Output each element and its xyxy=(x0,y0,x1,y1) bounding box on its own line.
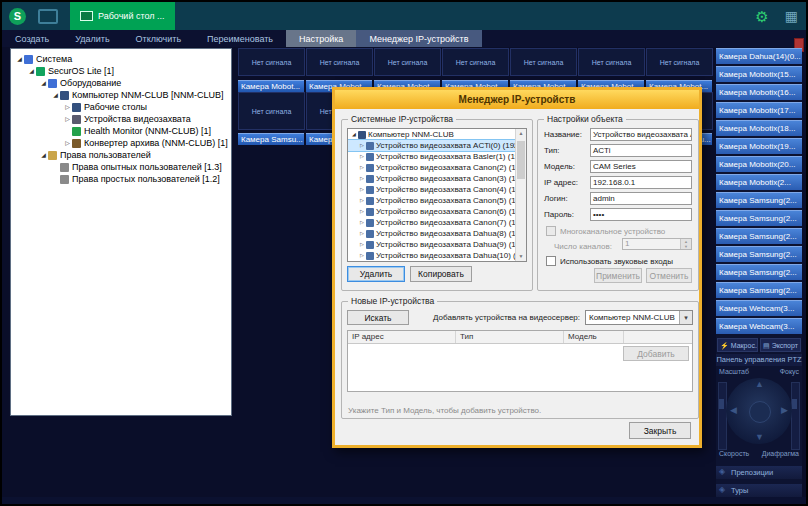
device-row[interactable]: ▷ Устройство видеозахвата Canon(3) (192.… xyxy=(348,173,526,184)
channels-spinner[interactable]: 1 ▲ ▼ xyxy=(622,238,692,250)
toolbar-rename[interactable]: Переименовать xyxy=(194,30,286,47)
device-row[interactable]: ▷ Устройство видеозахвата Canon(4) (192.… xyxy=(348,184,526,195)
tree-item-expert-rights[interactable]: Права опытных пользователей [1.3] xyxy=(11,161,231,173)
password-field[interactable]: •••• xyxy=(590,208,692,221)
expander-icon[interactable]: ▷ xyxy=(358,250,366,261)
name-field[interactable]: Устройство видеозахвата ACTi(0) xyxy=(590,128,692,141)
device-row[interactable]: ▷ Устройство видеозахвата Basler(1) (192… xyxy=(348,151,526,162)
scroll-down-icon[interactable]: ▼ xyxy=(516,252,526,261)
video-cell[interactable]: Нет сигнала xyxy=(306,48,373,76)
multichannel-checkbox[interactable] xyxy=(546,226,556,236)
type-field[interactable]: ACTi xyxy=(590,144,692,157)
ptz-left-icon[interactable]: ◀ xyxy=(730,406,737,415)
device-tree-root[interactable]: ◢ Компьютер NNM-CLUB xyxy=(348,129,526,140)
export-button[interactable]: ▤ Экспорт xyxy=(760,338,801,352)
server-select[interactable]: Компьютер NNM-CLUB ▾ xyxy=(585,310,693,325)
device-row[interactable]: ▷ Устройство видеозахвата Canon(2) (192.… xyxy=(348,162,526,173)
spinner-down-icon[interactable]: ▼ xyxy=(680,244,691,249)
macro-button[interactable]: ⚡ Макрос... xyxy=(717,338,758,352)
device-row[interactable]: ▷ Устройство видеозахвата Dahua(10) (192… xyxy=(348,250,526,261)
expander-icon[interactable]: ▷ xyxy=(63,113,72,125)
expander-icon[interactable]: ▷ xyxy=(358,195,366,206)
ip-field[interactable]: 192.168.0.1 xyxy=(590,176,692,189)
column-header-ip[interactable]: IP адрес xyxy=(348,331,456,343)
tree-item-capture-devices[interactable]: ▷ Устройства видеозахвата xyxy=(11,113,231,125)
ptz-down-icon[interactable]: ▼ xyxy=(755,433,764,442)
tree-item-simple-rights[interactable]: Права простых пользователей [1.2] xyxy=(11,173,231,185)
camera-list-item[interactable]: Камера Dahua(14)(0... xyxy=(716,48,802,64)
tree-item-user-rights[interactable]: ◢ Права пользователей xyxy=(11,149,231,161)
camera-list-item[interactable]: Камера Mobotix(16... xyxy=(716,84,802,100)
monitor-icon[interactable] xyxy=(38,9,58,24)
expander-icon[interactable]: ◢ xyxy=(350,129,358,140)
camera-list-item[interactable]: Камера Mobotix(18... xyxy=(716,120,802,136)
video-cell[interactable]: Нет сигнала xyxy=(442,48,509,76)
toolbar-delete[interactable]: Удалить xyxy=(62,30,122,47)
expander-icon[interactable]: ◢ xyxy=(39,149,48,161)
camera-list-item[interactable]: Камера Samsung(2... xyxy=(716,210,802,226)
device-row[interactable]: ▷ Устройство видеозахвата Dahua(9) (192.… xyxy=(348,239,526,250)
toolbar-disconnect[interactable]: Отключить xyxy=(123,30,195,47)
expander-icon[interactable]: ▷ xyxy=(358,261,366,262)
ptz-up-icon[interactable]: ▲ xyxy=(755,380,764,389)
expander-icon[interactable]: ▷ xyxy=(358,184,366,195)
tree-item-health-monitor[interactable]: Health Monitor (NNM-CLUB) [1] xyxy=(11,125,231,137)
expander-icon[interactable]: ▷ xyxy=(358,239,366,250)
tours-section[interactable]: ◈ Туры xyxy=(716,484,802,497)
camera-list-item[interactable]: Камера Samsung(2... xyxy=(716,192,802,208)
presets-section[interactable]: ◈ Препозиции xyxy=(716,466,802,479)
expander-icon[interactable]: ▷ xyxy=(358,206,366,217)
toolbar-ip-device-manager[interactable]: Менеджер IP-устройств xyxy=(356,30,481,47)
video-cell[interactable]: Нет сигнала xyxy=(510,48,577,76)
device-row[interactable]: ▷ Устройство видеозахвата Dahua(11) (192… xyxy=(348,261,526,262)
video-cell[interactable]: Нет сигнала xyxy=(238,92,305,130)
video-cell[interactable]: Нет сигнала xyxy=(374,48,441,76)
device-row[interactable]: ▷ Устройство видеозахвата Canon(6) (192.… xyxy=(348,206,526,217)
zoom-slider-thumb[interactable] xyxy=(719,399,724,409)
expander-icon[interactable]: ◢ xyxy=(39,77,48,89)
expander-icon[interactable]: ▷ xyxy=(63,101,72,113)
tree-item-archive-converter[interactable]: ▷ Конвертер архива (NNM-CLUB) [1] xyxy=(11,137,231,149)
expander-icon[interactable]: ▷ xyxy=(358,151,366,162)
camera-list-item[interactable]: Камера Samsung(2... xyxy=(716,228,802,244)
scrollbar-thumb[interactable] xyxy=(517,141,525,179)
model-field[interactable]: CAM Series xyxy=(590,160,692,173)
expander-icon[interactable]: ▷ xyxy=(358,162,366,173)
expander-icon[interactable]: ◢ xyxy=(15,53,24,65)
scroll-up-icon[interactable]: ▲ xyxy=(516,129,526,138)
tree-item-securos-lite[interactable]: ◢ SecurOS Lite [1] xyxy=(11,65,231,77)
audio-inputs-checkbox[interactable] xyxy=(546,256,556,266)
video-cell[interactable]: Нет сигнала xyxy=(646,48,713,76)
ptz-pad[interactable]: ▲ ▼ ◀ ▶ xyxy=(726,378,792,444)
video-cell[interactable]: Нет сигнала xyxy=(238,48,305,76)
device-row[interactable]: ▷ Устройство видеозахвата Canon(7) (192.… xyxy=(348,217,526,228)
camera-list-item[interactable]: Камера Samsung(2... xyxy=(716,264,802,280)
video-cell[interactable]: Нет сигнала xyxy=(578,48,645,76)
tree-item-computer[interactable]: ◢ Компьютер NNM-CLUB [NNM-CLUB] xyxy=(11,89,231,101)
expander-icon[interactable]: ▷ xyxy=(358,228,366,239)
column-header-model[interactable]: Модель xyxy=(564,331,624,343)
toolbar-settings[interactable]: Настройка xyxy=(286,30,356,47)
device-row[interactable]: ▷ Устройство видеозахвата Canon(5) (192.… xyxy=(348,195,526,206)
camera-list-item[interactable]: Камера Webcam(3... xyxy=(716,318,802,334)
search-button[interactable]: Искать xyxy=(347,310,409,325)
camera-list-item[interactable]: Камера Samsung(2... xyxy=(716,282,802,298)
delete-device-button[interactable]: Удалить xyxy=(347,266,405,282)
tree-item-system[interactable]: ◢ Система xyxy=(11,53,231,65)
camera-list-item[interactable]: Камера Mobotix(15... xyxy=(716,66,802,82)
desktop-tab[interactable]: Рабочий стол ... xyxy=(70,2,175,30)
toolbar-create[interactable]: Создать xyxy=(2,30,62,47)
device-tree-scrollbar[interactable]: ▲ ▼ xyxy=(515,129,526,261)
focus-slider[interactable] xyxy=(791,382,800,450)
expander-icon[interactable]: ▷ xyxy=(63,137,72,149)
camera-list-item[interactable]: Камера Mobotix(19... xyxy=(716,138,802,154)
copy-device-button[interactable]: Копировать xyxy=(410,266,472,282)
add-device-button[interactable]: Добавить xyxy=(623,346,689,361)
chevron-down-icon[interactable]: ▾ xyxy=(679,311,692,324)
layout-grid-icon[interactable]: ▦ xyxy=(785,9,798,23)
ptz-center-button[interactable] xyxy=(749,401,771,423)
gear-icon[interactable]: ⚙ xyxy=(755,9,768,24)
expander-icon[interactable]: ▷ xyxy=(358,217,366,228)
camera-list-item[interactable]: Камера Samsung(2... xyxy=(716,246,802,262)
focus-slider-thumb[interactable] xyxy=(792,399,797,409)
